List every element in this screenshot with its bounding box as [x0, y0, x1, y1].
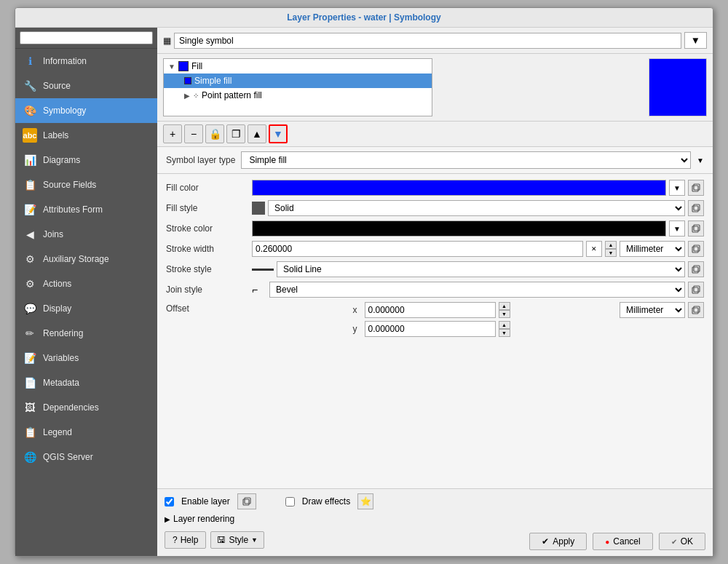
- duplicate-button[interactable]: ❐: [226, 124, 245, 143]
- fill-style-copy-button[interactable]: [688, 200, 704, 216]
- stroke-width-unit-select[interactable]: Millimeter: [620, 241, 685, 257]
- fill-style-select[interactable]: Solid: [268, 200, 685, 216]
- offset-label: Offset: [166, 302, 246, 314]
- sidebar-item-qgis-server[interactable]: 🌐 QGIS Server: [15, 445, 157, 469]
- enable-layer-checkbox[interactable]: [165, 497, 174, 507]
- sidebar-item-legend[interactable]: 📋 Legend: [15, 420, 157, 445]
- offset-x-up-button[interactable]: ▲: [499, 302, 510, 310]
- sidebar-item-rendering[interactable]: ✏ Rendering: [15, 321, 157, 346]
- apply-button[interactable]: ✔ Apply: [529, 533, 587, 550]
- offset-y-spinner: ▲ ▼: [499, 321, 510, 337]
- sidebar-item-source[interactable]: 🔧 Source: [15, 74, 157, 98]
- offset-copy-button[interactable]: [688, 302, 704, 318]
- symbol-type-dropdown-button[interactable]: ▼: [684, 32, 707, 49]
- offset-y-up-button[interactable]: ▲: [499, 321, 510, 329]
- labels-icon: abc: [23, 128, 37, 143]
- sidebar-item-auxiliary-storage[interactable]: ⚙ Auxiliary Storage: [15, 247, 157, 271]
- stroke-width-clear-button[interactable]: ✕: [586, 241, 602, 257]
- title-bar: Layer Properties - water | Symbology: [15, 8, 713, 28]
- stroke-color-copy-button[interactable]: [688, 221, 704, 237]
- draw-effects-icon-btn[interactable]: ⭐: [357, 493, 373, 509]
- fill-color-dropdown-button[interactable]: ▼: [669, 180, 685, 196]
- fill-color-copy-button[interactable]: [688, 180, 704, 196]
- tree-expand-point: ▶: [184, 92, 190, 100]
- sidebar-item-actions[interactable]: ⚙ Actions: [15, 271, 157, 296]
- sidebar-label-display: Display: [43, 303, 71, 314]
- add-button[interactable]: +: [163, 124, 182, 143]
- sidebar-item-variables[interactable]: 📝 Variables: [15, 346, 157, 370]
- remove-button[interactable]: −: [184, 124, 203, 143]
- help-button[interactable]: ? Help: [165, 531, 206, 549]
- lock-button[interactable]: 🔒: [205, 124, 224, 143]
- offset-x-spinner: ▲ ▼: [499, 302, 510, 318]
- sidebar-item-diagrams[interactable]: 📊 Diagrams: [15, 148, 157, 172]
- fill-color-swatch: [178, 61, 189, 71]
- offset-x-down-button[interactable]: ▼: [499, 310, 510, 318]
- move-down-button[interactable]: ▼: [269, 124, 288, 143]
- join-style-select[interactable]: Bevel: [269, 282, 685, 298]
- offset-y-down-button[interactable]: ▼: [499, 329, 510, 337]
- stroke-color-bar[interactable]: [252, 221, 666, 237]
- sidebar-item-source-fields[interactable]: 📋 Source Fields: [15, 172, 157, 197]
- symbol-type-select[interactable]: Single symbol: [174, 33, 681, 49]
- offset-y-row: y ▲ ▼: [353, 321, 510, 337]
- symbol-layer-type-select[interactable]: Simple fill: [241, 151, 691, 169]
- sidebar-item-symbology[interactable]: 🎨 Symbology: [15, 98, 157, 123]
- stroke-width-control: ✕ ▲ ▼ Millimeter: [252, 241, 704, 257]
- sidebar-item-dependencies[interactable]: 🖼 Dependencies: [15, 395, 157, 420]
- sidebar-label-rendering: Rendering: [43, 328, 83, 338]
- join-style-row: Join style ⌐ Bevel: [166, 282, 704, 298]
- draw-effects-checkbox[interactable]: [285, 497, 295, 507]
- sidebar-label-dependencies: Dependencies: [43, 402, 99, 413]
- svg-rect-6: [692, 247, 698, 253]
- metadata-icon: 📄: [23, 376, 37, 390]
- tree-item-simple-fill[interactable]: Simple fill: [164, 74, 432, 88]
- style-button[interactable]: 🖫 Style ▼: [210, 531, 264, 549]
- fill-color-bar[interactable]: [252, 180, 666, 196]
- move-up-button[interactable]: ▲: [248, 124, 266, 143]
- ok-label: OK: [681, 536, 693, 547]
- sidebar-item-labels[interactable]: abc Labels: [15, 123, 157, 148]
- sidebar-item-display[interactable]: 💬 Display: [15, 296, 157, 321]
- sidebar-item-attributes-form[interactable]: 📝 Attributes Form: [15, 197, 157, 222]
- stroke-width-down-button[interactable]: ▼: [605, 249, 617, 257]
- stroke-style-copy-button[interactable]: [688, 261, 704, 277]
- offset-row: Offset x ▲ ▼ y: [166, 302, 704, 337]
- offset-x-input[interactable]: [365, 302, 496, 318]
- fill-style-swatch: [252, 202, 265, 215]
- add-icon: +: [170, 128, 175, 140]
- stroke-width-up-button[interactable]: ▲: [605, 241, 617, 249]
- sidebar-item-information[interactable]: ℹ Information: [15, 49, 157, 74]
- stroke-width-copy-button[interactable]: [688, 241, 704, 257]
- offset-unit-select[interactable]: Millimeter: [620, 302, 685, 318]
- svg-rect-0: [692, 186, 698, 191]
- copy-icon-4: [691, 244, 701, 254]
- symbol-layer-type-row: Symbol layer type Simple fill ▼: [157, 147, 713, 174]
- toolbar-row: + − 🔒 ❐ ▲ ▼: [157, 122, 713, 147]
- variables-icon: 📝: [23, 351, 37, 365]
- stroke-color-dropdown-button[interactable]: ▼: [669, 221, 685, 237]
- stroke-style-label: Stroke style: [166, 264, 246, 274]
- sidebar-label-diagrams: Diagrams: [43, 155, 80, 165]
- sidebar-label-source-fields: Source Fields: [43, 180, 96, 190]
- cancel-button[interactable]: ● Cancel: [593, 533, 652, 550]
- fill-color-row: Fill color ▼: [166, 180, 704, 196]
- sidebar-item-metadata[interactable]: 📄 Metadata: [15, 370, 157, 395]
- stroke-style-select[interactable]: Solid Line: [277, 261, 685, 277]
- bottom-left-buttons: ? Help 🖫 Style ▼: [165, 531, 264, 549]
- enable-layer-copy-button[interactable]: [237, 493, 256, 509]
- sidebar-item-joins[interactable]: ◀ Joins: [15, 222, 157, 247]
- join-style-copy-button[interactable]: [688, 282, 704, 298]
- tree-item-fill[interactable]: ▼ Fill: [164, 59, 432, 74]
- tree-item-point-pattern[interactable]: ▶ ⁘ Point pattern fill: [164, 88, 432, 103]
- information-icon: ℹ: [23, 54, 37, 68]
- sidebar-label-attributes-form: Attributes Form: [43, 204, 103, 215]
- stroke-width-input[interactable]: [252, 241, 583, 257]
- offset-y-input[interactable]: [365, 321, 496, 337]
- ok-button[interactable]: ✔ OK: [659, 533, 705, 550]
- layer-rendering-row[interactable]: ▶ Layer rendering: [165, 512, 705, 525]
- duplicate-icon: ❐: [232, 128, 241, 140]
- svg-rect-4: [692, 226, 698, 232]
- stroke-width-label: Stroke width: [166, 244, 246, 254]
- search-input[interactable]: [20, 31, 153, 44]
